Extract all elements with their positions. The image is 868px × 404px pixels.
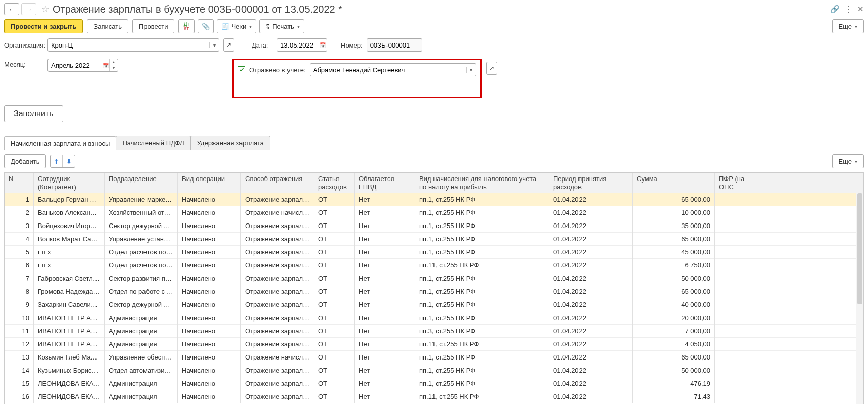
col-envd[interactable]: Облагается ЕНВД	[355, 173, 415, 193]
cell-n: 3	[5, 219, 34, 233]
month-up-icon[interactable]: ▴	[110, 59, 118, 65]
date-input[interactable]	[277, 39, 319, 51]
reflected-highlight-box: ✔ Отражено в учете: ▾	[232, 59, 482, 98]
table-row[interactable]: 14Кузьминых Борис Се...Отдел автоматизир…	[5, 364, 856, 377]
cell-envd: Нет	[355, 324, 415, 338]
col-tax-accrual[interactable]: Вид начисления для налогового учета по н…	[415, 173, 549, 193]
cell-sum: 65 000,00	[633, 232, 715, 246]
favorite-star-icon[interactable]: ☆	[41, 4, 50, 15]
chevron-down-icon[interactable]: ▾	[209, 42, 219, 48]
table-row[interactable]: 13Козьмин Глеб Матве...Управление обеспе…	[5, 351, 856, 364]
cell-sum: 20 000,00	[633, 311, 715, 325]
table-row[interactable]: 15ЛЕОНИДОВА ЕКАТЕ...АдминистрацияНачисле…	[5, 377, 856, 390]
date-field[interactable]: 📅	[277, 38, 327, 52]
col-pfr[interactable]: ПФР (на ОПС	[715, 173, 760, 193]
col-n[interactable]: N	[5, 173, 34, 193]
print-button[interactable]: 🖨 Печать	[259, 19, 304, 33]
attachment-button[interactable]: 📎	[198, 19, 214, 33]
cell-pfr	[715, 262, 760, 268]
receipt-icon: 🧾	[221, 23, 229, 30]
dt-kt-button[interactable]: ДтКт	[178, 19, 195, 33]
link-icon[interactable]: 🔗	[830, 5, 840, 14]
post-button[interactable]: Провести	[132, 19, 175, 33]
table-row[interactable]: 6г п хОтдел расчетов по о...НачисленоОтр…	[5, 259, 856, 272]
cell-n: 9	[5, 298, 34, 311]
cell-per: 01.04.2022	[549, 324, 633, 338]
table-row[interactable]: 12ИВАНОВ ПЕТР АНД...АдминистрацияНачисле…	[5, 338, 856, 351]
table-row[interactable]: 1Бальцер Герман Эду...Управление маркети…	[5, 193, 856, 206]
calendar-icon[interactable]: 📅	[319, 42, 327, 48]
vertical-scrollbar[interactable]	[856, 193, 863, 404]
write-button[interactable]: Записать	[87, 19, 128, 33]
cell-tax: пп.1, ст.255 НК РФ	[415, 232, 549, 246]
col-employee[interactable]: Сотрудник (Контрагент)	[34, 173, 105, 193]
calendar-icon[interactable]: 📅	[102, 63, 109, 68]
org-field[interactable]: ▾	[47, 38, 219, 52]
cell-exp: ОТ	[314, 364, 355, 377]
tab-accrued-salary[interactable]: Начисленная зарплата и взносы	[4, 136, 116, 150]
col-sum[interactable]: Сумма	[633, 173, 715, 193]
cell-emp: Козьмин Глеб Матве...	[34, 350, 105, 364]
close-icon[interactable]: ✕	[857, 5, 864, 14]
col-operation[interactable]: Вид операции	[178, 173, 241, 193]
table-row[interactable]: 3Войцехович Игорь Б...Сектор дежурной сл…	[5, 219, 856, 233]
fill-button[interactable]: Заполнить	[4, 105, 63, 122]
org-open-button[interactable]: ↗	[223, 38, 234, 52]
more-button[interactable]: Еще	[832, 19, 864, 33]
cell-op: Начислено	[178, 311, 241, 325]
col-period[interactable]: Период принятия расходов	[549, 173, 633, 193]
col-department[interactable]: Подразделение	[105, 173, 178, 193]
col-reflection[interactable]: Способ отражения	[241, 173, 314, 193]
cell-sum: 71,43	[633, 390, 715, 403]
cell-n: 14	[5, 364, 34, 377]
cell-ref: Отражение зарпалты...	[241, 377, 314, 390]
cell-pfr	[715, 276, 760, 282]
kebab-menu-icon[interactable]: ⋮	[845, 5, 852, 14]
cell-exp: ОТ	[314, 206, 355, 219]
month-input[interactable]	[48, 59, 102, 71]
nav-forward-button[interactable]: →	[21, 3, 36, 15]
reflected-label: Отражено в учете:	[249, 66, 306, 74]
table-row[interactable]: 10ИВАНОВ ПЕТР АНД...АдминистрацияНачисле…	[5, 311, 856, 325]
cell-envd: Нет	[355, 206, 415, 219]
nav-back-button[interactable]: ←	[4, 3, 19, 15]
cell-pfr	[715, 368, 760, 374]
post-and-close-button[interactable]: Провести и закрыть	[4, 19, 83, 33]
cell-ref: Отражение зарпалты...	[241, 364, 314, 377]
table-row[interactable]: 8Громова Надежда П...Отдел по работе с п…	[5, 285, 856, 298]
cell-envd: Нет	[355, 245, 415, 259]
month-down-icon[interactable]: ▾	[110, 65, 118, 71]
checks-button[interactable]: 🧾 Чеки	[217, 19, 256, 33]
cell-ref: Отражение зарпалты...	[241, 298, 314, 311]
org-input[interactable]	[48, 39, 209, 51]
month-field[interactable]: 📅 ▴ ▾	[47, 59, 118, 72]
row-move-buttons: ⬆ ⬇	[50, 155, 75, 168]
table-row[interactable]: 9Захаркин Савелий П...Сектор дежурной сл…	[5, 298, 856, 311]
table-row[interactable]: 5г п хОтдел расчетов по о...НачисленоОтр…	[5, 246, 856, 259]
cell-tax: пп.1, ст.255 НК РФ	[415, 193, 549, 206]
accountant-field[interactable]: ▾	[310, 63, 476, 76]
accountant-input[interactable]	[310, 64, 466, 76]
table-row[interactable]: 7Габровская Светлана...Сектор развития п…	[5, 272, 856, 285]
table-more-button[interactable]: Еще	[832, 154, 864, 168]
cell-envd: Нет	[355, 337, 415, 351]
tab-withheld-salary[interactable]: Удержанная зарплата	[190, 136, 270, 150]
cell-envd: Нет	[355, 390, 415, 403]
tab-accrued-ndfl[interactable]: Начисленный НДФЛ	[116, 136, 190, 150]
table-row[interactable]: 4Волков Марат Савел...Управление установ…	[5, 233, 856, 246]
arrow-down-icon[interactable]: ⬇	[63, 155, 75, 167]
table-row[interactable]: 2Ваньков Александр ...Хозяйственный отде…	[5, 206, 856, 219]
cell-op: Начислено	[178, 285, 241, 298]
cell-dep: Администрация	[105, 390, 178, 403]
cell-n: 2	[5, 206, 34, 219]
arrow-up-icon[interactable]: ⬆	[51, 155, 63, 167]
add-row-button[interactable]: Добавить	[4, 154, 46, 168]
accountant-open-button[interactable]: ↗	[486, 62, 497, 75]
printer-icon: 🖨	[264, 23, 270, 30]
reflected-checkbox[interactable]: ✔	[238, 66, 245, 73]
table-row[interactable]: 11ИВАНОВ ПЕТР АНД...АдминистрацияНачисле…	[5, 325, 856, 338]
chevron-down-icon[interactable]: ▾	[466, 67, 476, 73]
scrollbar-thumb[interactable]	[857, 193, 862, 304]
table-row[interactable]: 16ЛЕОНИДОВА ЕКАТЕ...АдминистрацияНачисле…	[5, 390, 856, 403]
col-expense-item[interactable]: Статья расходов	[314, 173, 355, 193]
